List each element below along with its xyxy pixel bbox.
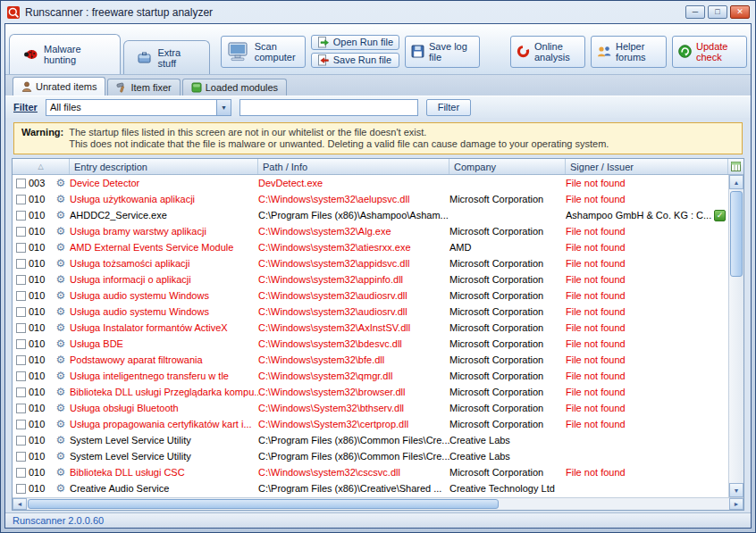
entry-description: AMD External Events Service Module <box>70 242 258 253</box>
save-run-file-button[interactable]: Save Run file <box>311 53 399 68</box>
row-checkbox[interactable] <box>16 275 26 285</box>
table-row[interactable]: 010 ⚙ System Level Service Utility C:\Pr… <box>13 448 728 464</box>
row-checkbox[interactable] <box>16 291 26 301</box>
gear-icon: ⚙ <box>56 354 66 366</box>
table-row[interactable]: 010 ⚙ AMD External Events Service Module… <box>13 239 728 255</box>
row-number: 010 <box>29 435 52 446</box>
row-checkbox[interactable] <box>16 371 26 381</box>
sort-column-header[interactable]: △ <box>13 159 70 174</box>
row-checkbox[interactable] <box>16 468 26 478</box>
open-run-file-button[interactable]: Open Run file <box>311 35 399 50</box>
gear-icon: ⚙ <box>56 273 66 286</box>
minimize-button[interactable]: ─ <box>685 5 705 19</box>
swirl-icon <box>517 45 530 58</box>
filter-text-input[interactable] <box>239 99 418 116</box>
tab-extra-stuff[interactable]: Extra stuff <box>123 40 209 74</box>
row-checkbox[interactable] <box>16 323 26 333</box>
subtab-loaded-modules[interactable]: Loaded modules <box>182 79 287 96</box>
row-checkbox[interactable] <box>16 420 26 429</box>
row-number: 010 <box>29 242 52 253</box>
row-checkbox[interactable] <box>16 484 26 494</box>
vscroll-track[interactable] <box>729 189 743 483</box>
row-checkbox[interactable] <box>16 387 26 397</box>
row-icon-cell: ⚙ <box>52 321 70 334</box>
path-info: C:\Windows\system32\aelupsvc.dll <box>258 194 449 204</box>
table-body: 003 ⚙ Device Detector DevDetect.exe File… <box>13 175 728 497</box>
hscroll-thumb[interactable] <box>28 499 499 509</box>
subtab-unrated-items[interactable]: Unrated items <box>13 77 105 96</box>
row-number: 010 <box>29 290 52 301</box>
row-checkbox[interactable] <box>16 404 26 413</box>
company: Microsoft Corporation <box>449 322 566 333</box>
table-row[interactable]: 010 ⚙ Usługa Instalator formantów Active… <box>13 320 728 336</box>
tab-label: Extra stuff <box>157 47 195 69</box>
column-header-signer-issuer[interactable]: Signer / Issuer <box>566 159 728 174</box>
row-checkbox[interactable] <box>16 259 26 269</box>
vscroll-thumb[interactable] <box>730 191 743 277</box>
row-checkbox[interactable] <box>16 211 26 221</box>
table-row[interactable]: 010 ⚙ Usługa obsługi Bluetooth C:\Window… <box>13 400 728 416</box>
row-checkbox[interactable] <box>16 307 26 317</box>
filter-label[interactable]: Filter <box>13 102 38 112</box>
row-icon-cell: ⚙ <box>52 386 70 398</box>
row-checkbox[interactable] <box>16 436 26 446</box>
vertical-scrollbar[interactable]: ▲ ▼ <box>728 175 743 497</box>
company: Creative Labs <box>449 435 566 446</box>
horizontal-scrollbar[interactable]: ◄ ► <box>13 497 743 510</box>
signer-cell: File not found ✓ <box>566 403 728 413</box>
tab-malware-hunting[interactable]: Malware hunting <box>9 34 121 74</box>
row-number: 010 <box>29 354 52 365</box>
scan-computer-button[interactable]: Scan computer <box>221 36 306 68</box>
gear-icon: ⚙ <box>56 434 66 446</box>
update-check-button[interactable]: Update check <box>672 36 747 68</box>
row-checkbox[interactable] <box>16 452 26 462</box>
table-row[interactable]: 010 ⚙ System Level Service Utility C:\Pr… <box>13 432 728 448</box>
company: Microsoft Corporation <box>449 467 566 478</box>
row-checkbox[interactable] <box>16 179 26 188</box>
row-checkbox[interactable] <box>16 339 26 349</box>
scroll-right-button[interactable]: ► <box>729 498 743 510</box>
column-chooser-button[interactable] <box>728 159 743 174</box>
column-header-path-info[interactable]: Path / Info <box>258 159 449 174</box>
table-row[interactable]: 010 ⚙ Usługa propagowania certyfikatów k… <box>13 416 728 432</box>
filter-type-dropdown[interactable]: All files ▼ <box>46 99 231 116</box>
scroll-left-button[interactable]: ◄ <box>13 498 27 510</box>
table-row[interactable]: 010 ⚙ AHDDC2_Service.exe C:\Program File… <box>13 207 728 223</box>
scroll-down-button[interactable]: ▼ <box>729 483 743 497</box>
row-checkbox[interactable] <box>16 195 26 204</box>
save-log-file-button[interactable]: Save log file <box>405 36 480 68</box>
table-row[interactable]: 010 ⚙ Biblioteka DLL usługi Przeglądarka… <box>13 384 728 400</box>
row-checkbox[interactable] <box>16 243 26 253</box>
gear-icon: ⚙ <box>56 466 66 479</box>
entry-description: System Level Service Utility <box>70 451 258 462</box>
table-row[interactable]: 010 ⚙ Usługa informacji o aplikacji C:\W… <box>13 271 728 287</box>
column-header-company[interactable]: Company <box>449 159 566 174</box>
maximize-button[interactable]: □ <box>708 5 727 19</box>
table-row[interactable]: 010 ⚙ Biblioteka DLL usługi CSC C:\Windo… <box>13 464 728 480</box>
table-row[interactable]: 010 ⚙ Usługa bramy warstwy aplikacji C:\… <box>13 223 728 239</box>
scroll-up-button[interactable]: ▲ <box>729 175 743 189</box>
filter-button[interactable]: Filter <box>426 99 471 116</box>
close-button[interactable]: ✕ <box>730 5 750 19</box>
table-row[interactable]: 010 ⚙ Usługa tożsamości aplikacji C:\Win… <box>13 255 728 271</box>
table-row[interactable]: 010 ⚙ Creative Audio Service C:\Program … <box>13 480 728 496</box>
table-row[interactable]: 010 ⚙ Podstawowy aparat filtrowania C:\W… <box>13 352 728 368</box>
row-checkbox[interactable] <box>16 355 26 365</box>
helper-forums-button[interactable]: Helper forums <box>591 36 667 68</box>
table-row[interactable]: 010 ⚙ Usługa inteligentnego transferu w … <box>13 368 728 384</box>
row-icon-cell: ⚙ <box>52 337 70 350</box>
row-number: 010 <box>29 371 52 381</box>
hscroll-track[interactable] <box>27 498 729 510</box>
signer-cell: Ashampoo GmbH & Co. KG : C... ✓ <box>566 210 728 221</box>
chevron-down-icon[interactable]: ▼ <box>216 100 231 115</box>
table-row[interactable]: 010 ⚙ Usługa użytkowania aplikacji C:\Wi… <box>13 191 728 207</box>
table-row[interactable]: 010 ⚙ Usługa audio systemu Windows C:\Wi… <box>13 287 728 304</box>
row-number: 010 <box>29 483 52 494</box>
table-row[interactable]: 010 ⚙ Usługa audio systemu Windows C:\Wi… <box>13 304 728 320</box>
column-header-entry-description[interactable]: Entry description <box>70 159 258 174</box>
row-checkbox[interactable] <box>16 227 26 237</box>
online-analysis-button[interactable]: Online analysis <box>510 36 585 68</box>
subtab-item-fixer[interactable]: Item fixer <box>107 79 180 96</box>
table-row[interactable]: 003 ⚙ Device Detector DevDetect.exe File… <box>13 175 728 191</box>
table-row[interactable]: 010 ⚙ Usługa BDE C:\Windows\system32\bde… <box>13 336 728 352</box>
